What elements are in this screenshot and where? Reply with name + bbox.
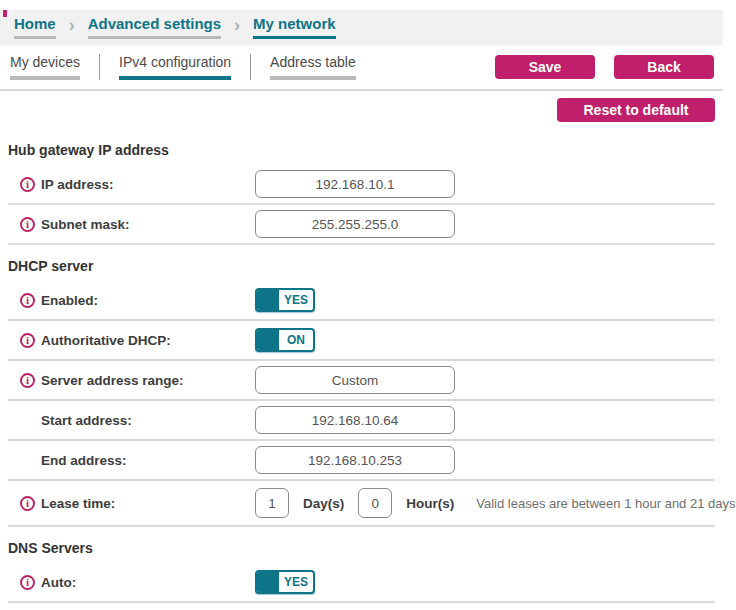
section-title-dhcp: DHCP server bbox=[8, 245, 723, 281]
authoritative-dhcp-toggle[interactable]: ON bbox=[255, 328, 315, 352]
section-title-dns: DNS Servers bbox=[8, 527, 723, 563]
toggle-knob bbox=[257, 572, 279, 592]
start-address-row: Start address: bbox=[8, 401, 715, 441]
form-content: Reset to default Hub gateway IP address … bbox=[0, 91, 723, 603]
tab-address-table[interactable]: Address table bbox=[270, 55, 356, 80]
tab-my-devices[interactable]: My devices bbox=[10, 55, 80, 80]
toggle-knob bbox=[257, 290, 279, 310]
breadcrumb: Home › Advanced settings › My network bbox=[0, 10, 723, 45]
info-icon[interactable]: i bbox=[20, 496, 35, 511]
reset-to-default-button[interactable]: Reset to default bbox=[557, 98, 715, 122]
info-icon[interactable]: i bbox=[20, 373, 35, 388]
section-title-hub-gateway: Hub gateway IP address bbox=[8, 129, 723, 165]
toggle-knob bbox=[257, 330, 279, 350]
lease-time-row: i Lease time: Day(s) Hour(s) Valid lease… bbox=[8, 481, 715, 527]
tab-ipv4-configuration[interactable]: IPv4 configuration bbox=[119, 55, 231, 80]
lease-hours-unit: Hour(s) bbox=[406, 496, 454, 511]
back-button[interactable]: Back bbox=[614, 55, 714, 79]
dhcp-enabled-row: i Enabled: YES bbox=[8, 281, 715, 321]
authoritative-dhcp-label: Authoritative DHCP: bbox=[41, 333, 171, 348]
toggle-state-label: YES bbox=[279, 572, 313, 592]
page-edge-mark bbox=[3, 10, 7, 17]
tab-separator bbox=[250, 54, 251, 80]
breadcrumb-home[interactable]: Home bbox=[14, 16, 56, 39]
info-icon[interactable]: i bbox=[20, 333, 35, 348]
dns-auto-label: Auto: bbox=[41, 575, 76, 590]
end-address-label: End address: bbox=[41, 453, 127, 468]
end-address-input[interactable] bbox=[255, 446, 455, 474]
lease-days-unit: Day(s) bbox=[303, 496, 344, 511]
dhcp-enabled-toggle[interactable]: YES bbox=[255, 288, 315, 312]
lease-days-input[interactable] bbox=[255, 488, 289, 518]
ip-address-row: i IP address: bbox=[8, 165, 715, 205]
dns-auto-row: i Auto: YES bbox=[8, 563, 715, 603]
subnet-mask-input[interactable] bbox=[255, 210, 455, 238]
toggle-state-label: YES bbox=[279, 290, 313, 310]
dns-auto-toggle[interactable]: YES bbox=[255, 570, 315, 594]
subnet-mask-row: i Subnet mask: bbox=[8, 205, 715, 245]
tab-bar: My devices IPv4 configuration Address ta… bbox=[0, 45, 736, 89]
info-icon[interactable]: i bbox=[20, 293, 35, 308]
breadcrumb-advanced-settings[interactable]: Advanced settings bbox=[88, 16, 221, 39]
ip-address-label: IP address: bbox=[41, 177, 114, 192]
dhcp-enabled-label: Enabled: bbox=[41, 293, 98, 308]
breadcrumb-my-network[interactable]: My network bbox=[253, 16, 336, 39]
tab-separator bbox=[99, 54, 100, 80]
action-buttons: Save Back bbox=[495, 55, 714, 79]
start-address-label: Start address: bbox=[41, 413, 132, 428]
chevron-right-icon: › bbox=[221, 16, 253, 39]
ipv4-configuration-page: Home › Advanced settings › My network My… bbox=[0, 10, 736, 610]
info-icon[interactable]: i bbox=[20, 217, 35, 232]
toggle-state-label: ON bbox=[279, 330, 313, 350]
subnet-mask-label: Subnet mask: bbox=[41, 217, 130, 232]
reset-row: Reset to default bbox=[8, 91, 715, 129]
authoritative-dhcp-row: i Authoritative DHCP: ON bbox=[8, 321, 715, 361]
end-address-row: End address: bbox=[8, 441, 715, 481]
info-icon[interactable]: i bbox=[20, 575, 35, 590]
start-address-input[interactable] bbox=[255, 406, 455, 434]
chevron-right-icon: › bbox=[56, 16, 88, 39]
server-address-range-select[interactable] bbox=[255, 366, 455, 394]
ip-address-input[interactable] bbox=[255, 170, 455, 198]
lease-time-hint: Valid leases are between 1 hour and 21 d… bbox=[476, 496, 735, 511]
server-address-range-row: i Server address range: bbox=[8, 361, 715, 401]
lease-time-label: Lease time: bbox=[41, 496, 115, 511]
lease-hours-input[interactable] bbox=[358, 488, 392, 518]
save-button[interactable]: Save bbox=[495, 55, 595, 79]
info-icon[interactable]: i bbox=[20, 177, 35, 192]
server-address-range-label: Server address range: bbox=[41, 373, 184, 388]
